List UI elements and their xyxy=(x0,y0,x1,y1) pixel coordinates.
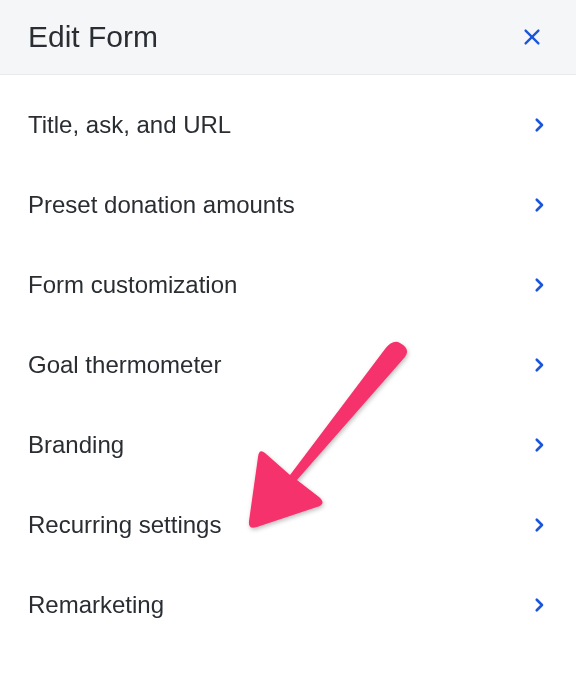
settings-menu: Title, ask, and URL Preset donation amou… xyxy=(0,75,576,655)
menu-item-remarketing[interactable]: Remarketing xyxy=(0,565,576,645)
page-title: Edit Form xyxy=(28,20,158,54)
menu-item-goal-thermometer[interactable]: Goal thermometer xyxy=(0,325,576,405)
menu-item-title-ask-url[interactable]: Title, ask, and URL xyxy=(0,85,576,165)
chevron-right-icon xyxy=(530,516,548,534)
menu-item-label: Goal thermometer xyxy=(28,351,221,379)
close-icon xyxy=(521,26,543,48)
chevron-right-icon xyxy=(530,436,548,454)
chevron-right-icon xyxy=(530,356,548,374)
menu-item-label: Recurring settings xyxy=(28,511,221,539)
chevron-right-icon xyxy=(530,596,548,614)
menu-item-label: Remarketing xyxy=(28,591,164,619)
menu-item-label: Branding xyxy=(28,431,124,459)
menu-item-preset-donation-amounts[interactable]: Preset donation amounts xyxy=(0,165,576,245)
menu-item-label: Title, ask, and URL xyxy=(28,111,231,139)
menu-item-recurring-settings[interactable]: Recurring settings xyxy=(0,485,576,565)
chevron-right-icon xyxy=(530,196,548,214)
menu-item-label: Form customization xyxy=(28,271,237,299)
menu-item-label: Preset donation amounts xyxy=(28,191,295,219)
close-button[interactable] xyxy=(516,21,548,53)
chevron-right-icon xyxy=(530,116,548,134)
panel-header: Edit Form xyxy=(0,0,576,75)
menu-item-form-customization[interactable]: Form customization xyxy=(0,245,576,325)
chevron-right-icon xyxy=(530,276,548,294)
menu-item-branding[interactable]: Branding xyxy=(0,405,576,485)
